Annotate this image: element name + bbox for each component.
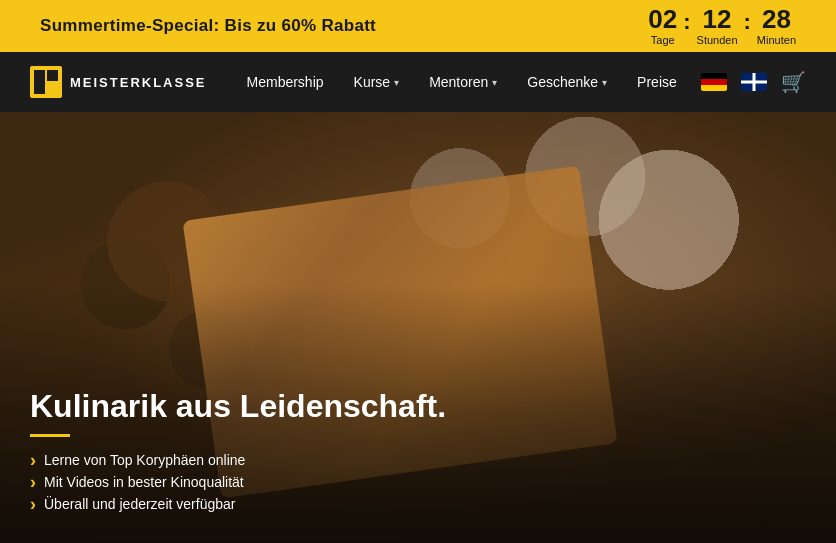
navbar: MEISTERKLASSE Membership Kurse ▾ Mentore… [0, 52, 836, 112]
logo-icon [30, 66, 62, 98]
promo-banner: Summertime-Special: Bis zu 60% Rabatt 02… [0, 0, 836, 52]
nav-icons: 🛒 [701, 70, 806, 94]
nav-kurse[interactable]: Kurse ▾ [354, 74, 400, 90]
countdown-timer: 02 Tage : 12 Stunden : 28 Minuten [648, 6, 796, 46]
hours-value: 12 [703, 6, 732, 32]
hero-bullet-2: Mit Videos in bester Kinoqualität [30, 473, 806, 491]
minutes-value: 28 [762, 6, 791, 32]
separator-1: : [683, 9, 690, 35]
days-value: 02 [648, 6, 677, 32]
promo-text: Summertime-Special: Bis zu 60% Rabatt [40, 16, 376, 36]
svg-rect-2 [47, 70, 58, 81]
nav-preise[interactable]: Preise [637, 74, 677, 90]
german-flag-icon[interactable] [701, 73, 727, 91]
nav-membership[interactable]: Membership [247, 74, 324, 90]
logo[interactable]: MEISTERKLASSE [30, 66, 207, 98]
days-label: Tage [651, 34, 675, 46]
countdown-minutes: 28 Minuten [757, 6, 796, 46]
hero-content: Kulinarik aus Leidenschaft. Lerne von To… [30, 389, 806, 513]
hero-section: Kulinarik aus Leidenschaft. Lerne von To… [0, 112, 836, 543]
countdown-hours: 12 Stunden [697, 6, 738, 46]
separator-2: : [744, 9, 751, 35]
logo-text: MEISTERKLASSE [70, 75, 207, 90]
nav-geschenke[interactable]: Geschenke ▾ [527, 74, 607, 90]
minutes-label: Minuten [757, 34, 796, 46]
hero-underline [30, 434, 70, 437]
hero-title: Kulinarik aus Leidenschaft. [30, 389, 806, 424]
hero-bullet-1: Lerne von Top Koryphäen online [30, 451, 806, 469]
svg-rect-1 [34, 70, 45, 94]
mentoren-chevron-icon: ▾ [492, 77, 497, 88]
uk-flag-icon[interactable] [741, 73, 767, 91]
hero-bullet-list: Lerne von Top Koryphäen online Mit Video… [30, 451, 806, 513]
hero-bullet-3: Überall und jederzeit verfügbar [30, 495, 806, 513]
hours-label: Stunden [697, 34, 738, 46]
kurse-chevron-icon: ▾ [394, 77, 399, 88]
countdown-days: 02 Tage [648, 6, 677, 46]
cart-icon[interactable]: 🛒 [781, 70, 806, 94]
geschenke-chevron-icon: ▾ [602, 77, 607, 88]
nav-links: Membership Kurse ▾ Mentoren ▾ Geschenke … [247, 74, 701, 90]
nav-mentoren[interactable]: Mentoren ▾ [429, 74, 497, 90]
